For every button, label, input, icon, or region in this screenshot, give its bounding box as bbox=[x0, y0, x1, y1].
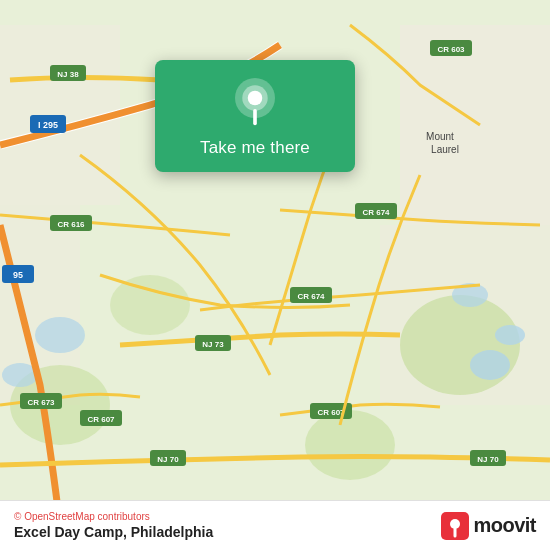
svg-text:Mount: Mount bbox=[426, 131, 454, 142]
svg-text:CR 673: CR 673 bbox=[27, 398, 55, 407]
copyright-symbol: © bbox=[14, 511, 21, 522]
svg-text:Laurel: Laurel bbox=[431, 144, 459, 155]
svg-text:NJ 38: NJ 38 bbox=[57, 70, 79, 79]
moovit-logo: moovit bbox=[441, 512, 536, 540]
svg-text:95: 95 bbox=[13, 270, 23, 280]
location-card: Take me there bbox=[155, 60, 355, 172]
bottom-info: © OpenStreetMap contributors Excel Day C… bbox=[14, 511, 213, 540]
svg-text:CR 616: CR 616 bbox=[57, 220, 85, 229]
svg-point-11 bbox=[35, 317, 85, 353]
svg-text:CR 607: CR 607 bbox=[87, 415, 115, 424]
svg-point-7 bbox=[305, 410, 395, 480]
svg-point-8 bbox=[110, 275, 190, 335]
moovit-icon bbox=[441, 512, 469, 540]
svg-text:NJ 70: NJ 70 bbox=[477, 455, 499, 464]
moovit-label: moovit bbox=[473, 514, 536, 537]
svg-point-5 bbox=[400, 295, 520, 395]
svg-text:NJ 70: NJ 70 bbox=[157, 455, 179, 464]
bottom-bar: © OpenStreetMap contributors Excel Day C… bbox=[0, 500, 550, 550]
location-name: Excel Day Camp, Philadelphia bbox=[14, 524, 213, 540]
svg-text:I 295: I 295 bbox=[38, 120, 58, 130]
map-container: I 295 95 NJ 38 CR 603 CR 616 CR 674 CR 6… bbox=[0, 0, 550, 550]
svg-rect-3 bbox=[400, 25, 550, 225]
svg-point-44 bbox=[248, 91, 263, 106]
svg-text:NJ 73: NJ 73 bbox=[202, 340, 224, 349]
svg-text:CR 674: CR 674 bbox=[362, 208, 390, 217]
svg-text:CR 603: CR 603 bbox=[437, 45, 465, 54]
svg-text:CR 674: CR 674 bbox=[297, 292, 325, 301]
take-me-there-button[interactable]: Take me there bbox=[200, 138, 310, 158]
location-pin-icon bbox=[230, 78, 280, 128]
svg-point-10 bbox=[495, 325, 525, 345]
osm-attribution: © OpenStreetMap contributors bbox=[14, 511, 213, 522]
svg-point-9 bbox=[470, 350, 510, 380]
osm-text: OpenStreetMap contributors bbox=[24, 511, 150, 522]
